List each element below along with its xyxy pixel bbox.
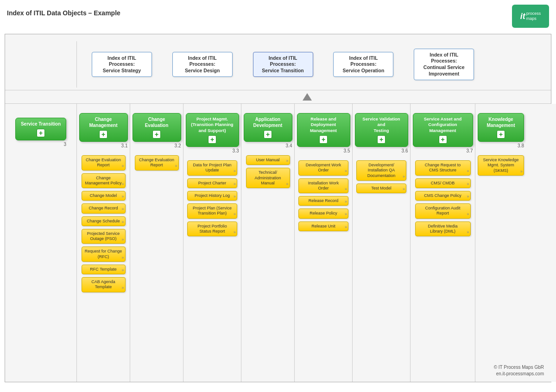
col-release-deploy: Release andDeploymentManagement + 3.5 De… [295, 104, 353, 382]
process-box-service-transition[interactable]: Service Transition + [15, 118, 66, 140]
logo-tagline: processmaps [526, 11, 541, 21]
process-box-sacm[interactable]: Service Asset andConfigurationManagement… [413, 113, 473, 147]
columns-area: Change Management + 3.1 Change Evaluatio… [77, 104, 526, 382]
doc-change-record[interactable]: Change Record» [82, 203, 126, 213]
doc-release-record[interactable]: Release Record» [298, 196, 348, 206]
header-spacer-left [5, 41, 77, 88]
process-number-sacm: 3.7 [413, 148, 473, 153]
expand-button-sacm[interactable]: + [439, 135, 447, 144]
process-box-project-mgmt[interactable]: Project Magmt.(Transition Planningand Su… [186, 113, 239, 147]
expand-button-service-val[interactable]: + [377, 135, 385, 144]
process-box-change-eval[interactable]: Change Evaluation + [133, 113, 181, 142]
col-project-mgmt: Project Magmt.(Transition Planningand Su… [183, 104, 241, 382]
right-spacer [526, 104, 556, 382]
doc-release-unit[interactable]: Release Unit» [298, 221, 348, 231]
col-header-release-deploy: Release andDeploymentManagement + 3.5 [297, 113, 350, 153]
doc-change-mgmt-policy[interactable]: ChangeManagement Policy» [82, 173, 126, 189]
expand-button-change-mgmt[interactable]: + [99, 130, 107, 139]
col-header-change-eval: Change Evaluation + 3.2 [133, 113, 181, 148]
header-row: Index of ITILProcesses:Service Strategy … [5, 34, 551, 90]
doc-release-policy[interactable]: Release Policy» [298, 209, 348, 218]
col-change-mgmt: Change Management + 3.1 Change Evaluatio… [77, 104, 130, 382]
process-number-change-mgmt: 3.1 [79, 143, 128, 148]
expand-button-knowledge-mgmt[interactable]: + [497, 130, 505, 139]
col-header-change-mgmt: Change Management + 3.1 [79, 113, 128, 148]
logo: it processmaps [512, 5, 549, 28]
doc-request-for-change[interactable]: Request for Change(RFC)» [82, 247, 126, 262]
page-header: Index of ITIL Data Objects – Example it … [0, 0, 556, 30]
header-cols: Index of ITILProcesses:Service Strategy … [77, 49, 551, 81]
doc-project-portfolio-status[interactable]: Project PortfolioStatus Report» [187, 221, 237, 237]
header-box-st[interactable]: Index of ITILProcesses:Service Transitio… [253, 52, 313, 77]
doc-cms-cmdb[interactable]: CMS/ CMDB» [415, 178, 471, 188]
doc-project-history-log[interactable]: Project History Log» [187, 191, 237, 201]
process-box-change-mgmt[interactable]: Change Management + [79, 113, 128, 142]
doc-cms-change-policy[interactable]: CMS Change Policy» [415, 191, 471, 201]
col-header-project-mgmt: Project Magmt.(Transition Planningand Su… [186, 113, 239, 153]
triangle-indicator [303, 93, 312, 101]
process-number-change-eval: 3.2 [133, 143, 181, 148]
header-box-csi[interactable]: Index of ITILProcesses:Continual Service… [414, 49, 474, 81]
process-number-sidebar: 3 [15, 142, 66, 147]
doc-change-model[interactable]: Change Model» [82, 191, 126, 201]
col-knowledge-mgmt: KnowledgeManagement + 3.8 Service Knowle… [475, 104, 526, 382]
doc-project-plan[interactable]: Project Plan (ServiceTransition Plan)» [187, 203, 237, 219]
content-row: Service Transition + 3 Change Management… [5, 104, 551, 382]
expand-button-project-mgmt[interactable]: + [208, 135, 216, 144]
col-change-eval: Change Evaluation + 3.2 Change Evaluatio… [130, 104, 183, 382]
doc-cab-agenda-template[interactable]: CAB AgendaTemplate» [82, 277, 126, 292]
doc-change-schedule[interactable]: Change Schedule» [82, 216, 126, 226]
header-box-so[interactable]: Index of ITILProcesses:Service Operation [333, 52, 393, 77]
process-label-service-transition: Service Transition [21, 121, 61, 126]
header-box-sd[interactable]: Index of ITILProcesses:Service Design [172, 52, 233, 77]
doc-change-eval-report-1[interactable]: Change EvaluationReport» [82, 155, 126, 171]
doc-change-request-cms[interactable]: Change Request toCMS Structure» [415, 160, 471, 176]
doc-dev-installation-qa[interactable]: Development/Installation QADocumentation… [356, 160, 406, 181]
process-number-release-deploy: 3.5 [297, 148, 350, 153]
expand-button-release-deploy[interactable]: + [319, 135, 328, 144]
diagram-container: Index of ITILProcesses:Service Strategy … [5, 34, 551, 382]
doc-installation-work-order[interactable]: Installation WorkOrder» [298, 178, 348, 194]
page-title: Index of ITIL Data Objects – Example [7, 9, 120, 17]
expand-button-change-eval[interactable]: + [152, 130, 161, 139]
doc-technical-admin-manual[interactable]: Technical/AdministrationManual» [246, 168, 290, 188]
doc-data-project-plan-update[interactable]: Data for Project PlanUpdate» [187, 160, 237, 176]
doc-rfc-template[interactable]: RFC Template» [82, 265, 126, 274]
process-box-service-val[interactable]: Service Validation andTesting + [355, 113, 408, 147]
doc-skms[interactable]: Service KnowledgeMgmt. System(SKMS)» [478, 155, 524, 176]
left-sidebar: Service Transition + 3 [5, 104, 77, 382]
process-box-knowledge-mgmt[interactable]: KnowledgeManagement + [478, 113, 524, 142]
col-app-dev: ApplicationDevelopment + 3.4 User Manual… [241, 104, 295, 382]
col-header-app-dev: ApplicationDevelopment + 3.4 [244, 113, 292, 148]
doc-test-model[interactable]: Test Model» [356, 183, 406, 193]
process-number-project-mgmt: 3.3 [186, 148, 239, 153]
col-header-knowledge-mgmt: KnowledgeManagement + 3.8 [478, 113, 524, 148]
copyright-line1: © IT Process Maps GbR [494, 365, 544, 370]
logo-it-text: it [520, 12, 525, 21]
copyright: © IT Process Maps GbR en.it-processmaps.… [494, 364, 544, 377]
col-service-val: Service Validation andTesting + 3.6 Deve… [353, 104, 411, 382]
doc-user-manual[interactable]: User Manual» [246, 155, 290, 165]
header-box-ss[interactable]: Index of ITILProcesses:Service Strategy [92, 52, 152, 77]
col-header-sacm: Service Asset andConfigurationManagement… [413, 113, 473, 153]
expand-button-app-dev[interactable]: + [264, 130, 272, 139]
col-sacm: Service Asset andConfigurationManagement… [411, 104, 475, 382]
expand-button-service-transition[interactable]: + [37, 129, 45, 137]
process-box-release-deploy[interactable]: Release andDeploymentManagement + [297, 113, 350, 147]
copyright-line2: en.it-processmaps.com [496, 371, 544, 376]
process-number-knowledge-mgmt: 3.8 [478, 143, 524, 148]
doc-config-audit-report[interactable]: Configuration AuditReport» [415, 203, 471, 219]
process-number-app-dev: 3.4 [244, 143, 292, 148]
doc-definitive-media-library[interactable]: Definitive MediaLibrary (DML)» [415, 221, 471, 237]
process-box-app-dev[interactable]: ApplicationDevelopment + [244, 113, 292, 142]
doc-dev-work-order[interactable]: Development WorkOrder» [298, 160, 348, 176]
process-number-service-val: 3.6 [355, 148, 408, 153]
doc-change-eval-report-2[interactable]: Change EvaluationReport» [135, 155, 179, 171]
doc-project-charter[interactable]: Project Charter» [187, 178, 237, 188]
col-header-service-val: Service Validation andTesting + 3.6 [355, 113, 408, 153]
doc-projected-service-outage[interactable]: Projected ServiceOutage (PSO)» [82, 229, 126, 244]
